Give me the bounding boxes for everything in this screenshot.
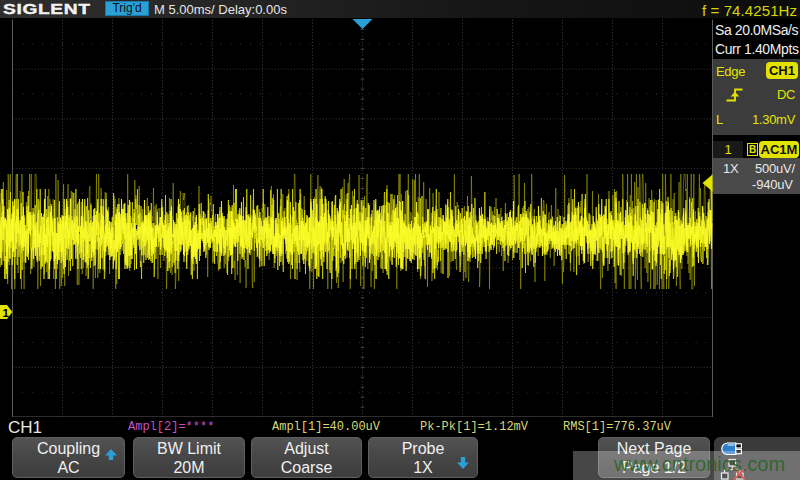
svg-text:1: 1: [3, 307, 10, 319]
